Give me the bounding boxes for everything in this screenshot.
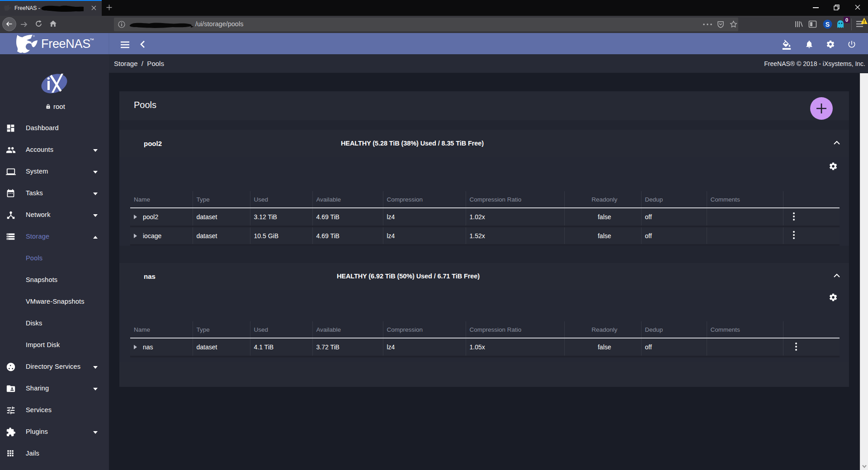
svg-text:S: S <box>826 21 830 28</box>
